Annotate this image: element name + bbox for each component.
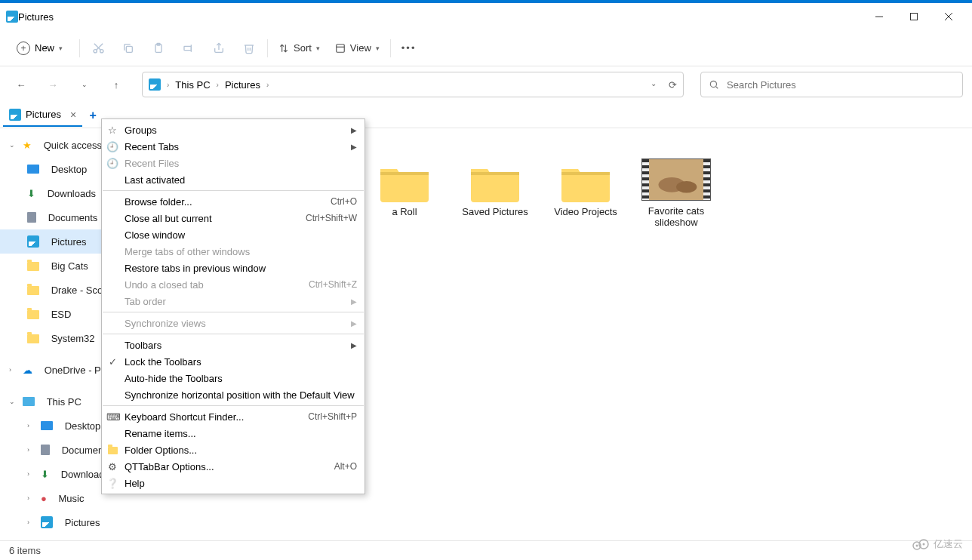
folder-icon <box>466 158 524 204</box>
nav-row: ← → ⌄ ↑ › This PC › Pictures › ⌄ ⟳ <box>0 66 972 103</box>
forward-button[interactable]: → <box>41 72 65 97</box>
menu-tab-order: Tab order▶ <box>102 293 364 309</box>
menu-lock-toolbars[interactable]: ✓Lock the Toolbars <box>102 353 364 370</box>
up-button[interactable]: ↑ <box>104 72 128 97</box>
back-button[interactable]: ← <box>9 72 33 97</box>
breadcrumb-root[interactable]: This PC <box>175 79 210 91</box>
window-title: Pictures <box>18 11 862 23</box>
folder-icon <box>106 445 118 456</box>
tab-pictures[interactable]: Pictures × <box>3 104 82 127</box>
minimize-button[interactable] <box>862 5 897 29</box>
menu-close-all-but[interactable]: Close all but currentCtrl+Shift+W <box>102 210 364 226</box>
menu-recent-files: 🕘Recent Files <box>102 155 364 171</box>
delete-icon[interactable] <box>234 36 264 60</box>
search-box[interactable] <box>700 72 963 97</box>
new-tab-button[interactable]: + <box>82 109 103 122</box>
folder-icon <box>27 286 39 295</box>
chevron-down-icon: ▾ <box>316 45 320 52</box>
folder-item[interactable]: Video Projects <box>548 158 623 217</box>
menu-qttab-options[interactable]: ⚙QTTabBar Options...Alt+O <box>102 458 364 475</box>
gear-icon: ⚙ <box>106 461 118 472</box>
menu-keyboard-shortcut[interactable]: ⌨Keyboard Shortcut Finder...Ctrl+Shift+P <box>102 408 364 425</box>
pictures-icon <box>27 235 39 248</box>
menu-separator <box>103 334 364 334</box>
expand-icon[interactable]: › <box>9 366 18 374</box>
cut-icon[interactable] <box>83 36 113 60</box>
refresh-button[interactable]: ⟳ <box>669 79 677 91</box>
folder-icon <box>557 158 614 204</box>
breadcrumb-current[interactable]: Pictures <box>225 79 260 91</box>
status-text: 6 items <box>9 545 41 556</box>
plus-icon: + <box>17 42 30 55</box>
svg-rect-1 <box>911 14 918 20</box>
folder-item[interactable]: a Roll <box>367 158 442 217</box>
submenu-arrow-icon: ▶ <box>351 341 357 349</box>
keyboard-icon: ⌨ <box>106 411 118 423</box>
video-item[interactable]: Favorite cats slideshow <box>638 158 714 228</box>
watermark: 亿速云 <box>912 537 963 551</box>
svg-point-23 <box>923 543 925 546</box>
recent-dropdown[interactable]: ⌄ <box>72 72 97 97</box>
close-tab-icon[interactable]: × <box>70 109 76 121</box>
new-button[interactable]: + New ▾ <box>9 37 70 60</box>
folder-label: Saved Pictures <box>457 206 533 217</box>
menu-help[interactable]: ❔Help <box>102 475 364 491</box>
video-label: Favorite cats slideshow <box>638 205 714 228</box>
menu-recent-tabs[interactable]: 🕘Recent Tabs▶ <box>102 138 364 155</box>
menu-groups[interactable]: ☆Groups▶ <box>102 122 364 138</box>
view-icon <box>335 43 346 54</box>
menu-close-window[interactable]: Close window <box>102 226 364 243</box>
folder-icon <box>27 310 39 319</box>
submenu-arrow-icon: ▶ <box>351 126 357 134</box>
sidebar-pc-pictures[interactable]: › Pictures <box>0 510 140 534</box>
menu-browse-folder[interactable]: Browse folder...Ctrl+O <box>102 193 364 210</box>
expand-icon[interactable]: ⌄ <box>9 398 18 405</box>
share-icon[interactable] <box>204 36 234 60</box>
copy-icon[interactable] <box>113 36 143 60</box>
star-icon: ☆ <box>106 125 118 136</box>
video-thumbnail <box>641 158 711 201</box>
svg-line-19 <box>716 87 718 89</box>
address-dropdown[interactable]: ⌄ <box>651 79 657 91</box>
folder-icon <box>376 158 433 204</box>
address-bar[interactable]: › This PC › Pictures › ⌄ ⟳ <box>142 72 684 97</box>
expand-icon[interactable]: › <box>27 494 36 502</box>
paste-icon[interactable] <box>143 36 174 60</box>
view-button[interactable]: View ▾ <box>328 38 387 58</box>
menu-restore-tabs[interactable]: Restore tabs in previous window <box>102 260 364 276</box>
menu-folder-options[interactable]: Folder Options... <box>102 442 364 458</box>
status-bar: 6 items <box>0 540 972 560</box>
expand-icon[interactable]: › <box>27 470 36 478</box>
svg-rect-8 <box>126 46 132 52</box>
maximize-button[interactable] <box>897 5 931 29</box>
expand-icon[interactable]: › <box>27 446 36 454</box>
menu-merge-tabs: Merge tabs of other windows <box>102 243 364 260</box>
chevron-right-icon: › <box>217 81 219 89</box>
expand-icon[interactable]: ⌄ <box>9 141 18 149</box>
tab-label: Pictures <box>26 109 61 120</box>
menu-sync-horiz[interactable]: Synchronize horizontal position with the… <box>102 386 364 403</box>
expand-icon[interactable]: › <box>27 422 36 429</box>
sort-icon <box>278 43 289 54</box>
folder-item[interactable]: Saved Pictures <box>457 158 533 217</box>
sort-button[interactable]: Sort ▾ <box>271 38 328 58</box>
menu-rename[interactable]: Rename items... <box>102 425 364 442</box>
menu-autohide[interactable]: Auto-hide the Toolbars <box>102 370 364 386</box>
search-input[interactable] <box>727 79 955 91</box>
svg-rect-16 <box>337 44 345 52</box>
folder-label: a Roll <box>367 206 442 217</box>
expand-icon[interactable]: › <box>27 518 36 526</box>
more-button[interactable]: ••• <box>394 38 424 58</box>
pictures-icon <box>41 516 53 528</box>
menu-separator <box>103 190 364 191</box>
toolbar-separator <box>390 39 391 57</box>
submenu-arrow-icon: ▶ <box>351 319 357 328</box>
rename-icon[interactable] <box>174 36 204 60</box>
menu-toolbars[interactable]: Toolbars▶ <box>102 337 364 353</box>
title-bar: Pictures <box>0 3 972 30</box>
menu-last-activated[interactable]: Last activated <box>102 171 364 188</box>
toolbar-separator <box>267 39 268 57</box>
pictures-icon <box>149 78 161 91</box>
new-label: New <box>35 42 54 54</box>
close-button[interactable] <box>931 5 966 29</box>
